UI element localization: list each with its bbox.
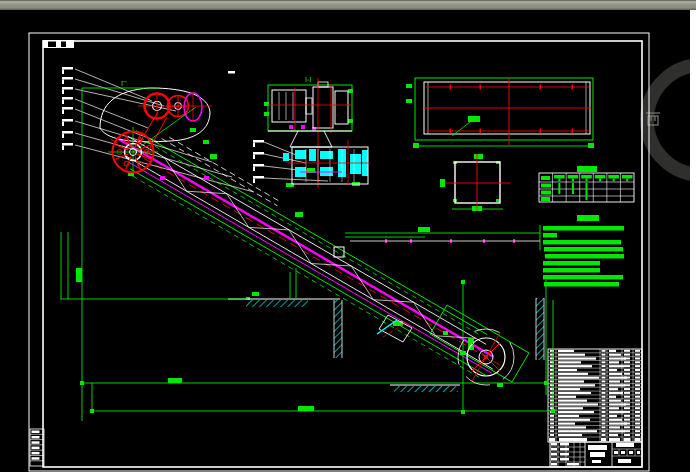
balloon-tick-stem: [62, 80, 64, 85]
bom-qty-bar: [602, 357, 606, 359]
green-label-mark: [418, 227, 430, 232]
bom-note-bar: [635, 380, 640, 382]
bom-note-bar: [635, 430, 640, 432]
bom-seq-bar: [550, 415, 554, 417]
bom-weight-bar: [624, 396, 630, 398]
title-block-text-blobs-shape: [588, 445, 607, 450]
balloon-tick: [62, 119, 73, 122]
bom-qty-bar: [602, 388, 606, 390]
bom-weight-bar: [624, 384, 630, 386]
bom-name-bar: [558, 434, 582, 436]
green-label-mark: [190, 128, 196, 132]
notes-text-bar: [543, 233, 557, 238]
balloon-tick-stem: [62, 110, 64, 115]
spec-header-bar: [568, 175, 579, 179]
bom-weight-bar: [624, 430, 630, 432]
spec-header-stem: [586, 179, 588, 182]
green-label-mark: [468, 116, 480, 122]
balloon-tick-stem: [62, 90, 64, 95]
plan-view-shape: [572, 85, 573, 90]
green-label-mark: [168, 378, 182, 383]
bom-name-bar: [558, 361, 581, 363]
bom-note-bar: [635, 411, 640, 413]
binding-table-shape: [32, 447, 40, 450]
spec-stem: [558, 183, 560, 194]
plan-view-shape: [480, 129, 481, 134]
ground-structure-shape: [536, 298, 544, 360]
bom-header-bar: [624, 438, 631, 441]
bom-material-bar: [609, 430, 625, 432]
bom-qty-bar: [602, 396, 606, 398]
bom-material-bar: [609, 384, 625, 386]
bom-weight-bar: [624, 380, 630, 382]
balloon-tick-stem: [62, 70, 64, 75]
bom-name-bar: [558, 403, 598, 405]
bom-weight-bar: [624, 369, 630, 371]
bom-material-bar: [609, 350, 616, 352]
notes-text-bar: [545, 254, 624, 259]
drawing-frame-shape: [43, 40, 74, 48]
balloon-tick: [62, 107, 73, 110]
balloon-tick: [253, 164, 264, 167]
bom-qty-bar: [602, 392, 606, 394]
bom-name-bar: [558, 426, 586, 428]
binding-table-shape: [32, 436, 40, 439]
bom-material-bar: [609, 407, 619, 409]
bom-material-bar: [609, 396, 616, 398]
bom-weight-bar: [624, 426, 630, 428]
bom-name-bar: [558, 373, 588, 375]
bom-material-bar: [609, 373, 622, 375]
bom-qty-bar: [602, 411, 606, 413]
green-label-mark: [440, 179, 445, 187]
bom-material-bar: [609, 380, 620, 382]
notes-text-bar: [543, 226, 624, 231]
bom-header-bar: [609, 438, 620, 441]
bom-note-bar: [635, 403, 640, 405]
spec-header-stem: [613, 179, 615, 182]
bom-weight-bar: [624, 350, 630, 352]
bom-note-bar: [635, 357, 640, 359]
balloon-tick: [62, 97, 73, 100]
title-block-text-blobs-shape: [551, 448, 557, 451]
green-label-mark: [298, 406, 314, 411]
bom-material-bar: [609, 411, 624, 413]
balloon-tick: [253, 140, 264, 143]
bom-note-bar: [635, 426, 640, 428]
bom-name-bar: [558, 380, 584, 382]
bom-name-bar: [558, 430, 597, 432]
bom-note-bar: [635, 415, 640, 417]
bom-note-bar: [635, 388, 640, 390]
gearbox-detail-view-shape: [228, 71, 235, 74]
page-bottom-strip: [0, 472, 696, 476]
bom-weight-bar: [624, 422, 630, 424]
bom-note-bar: [635, 377, 640, 379]
magenta-mark: [301, 125, 305, 129]
balloon-tick-stem: [253, 179, 255, 184]
spec-header-bar: [554, 175, 565, 179]
green-label-mark: [406, 84, 412, 88]
bom-material-bar: [609, 365, 624, 367]
bom-qty-bar: [602, 350, 606, 352]
green-label-mark: [295, 212, 303, 217]
bom-material-bar: [609, 434, 618, 436]
balloon-tick: [253, 176, 264, 179]
bom-qty-bar: [602, 373, 606, 375]
bom-seq-bar: [550, 422, 554, 424]
bom-material-bar: [609, 361, 619, 363]
section-label: I-I: [305, 76, 312, 84]
plan-view-shape: [450, 129, 451, 134]
bom-qty-bar: [602, 407, 606, 409]
bom-name-bar: [558, 369, 577, 371]
green-label-mark: [443, 331, 448, 335]
bom-weight-bar: [624, 400, 630, 402]
title-block-text-blobs-shape: [618, 459, 631, 463]
magenta-mark: [289, 125, 293, 129]
bom-note-bar: [635, 396, 640, 398]
bom-header-bar: [549, 438, 555, 441]
spec-cell: [541, 176, 550, 180]
magenta-mark: [160, 176, 165, 180]
spec-header-bar: [622, 175, 633, 179]
balloon-tick-stem: [62, 122, 64, 127]
balloon-tick: [62, 87, 73, 90]
title-block-text-blobs-shape: [629, 451, 633, 454]
